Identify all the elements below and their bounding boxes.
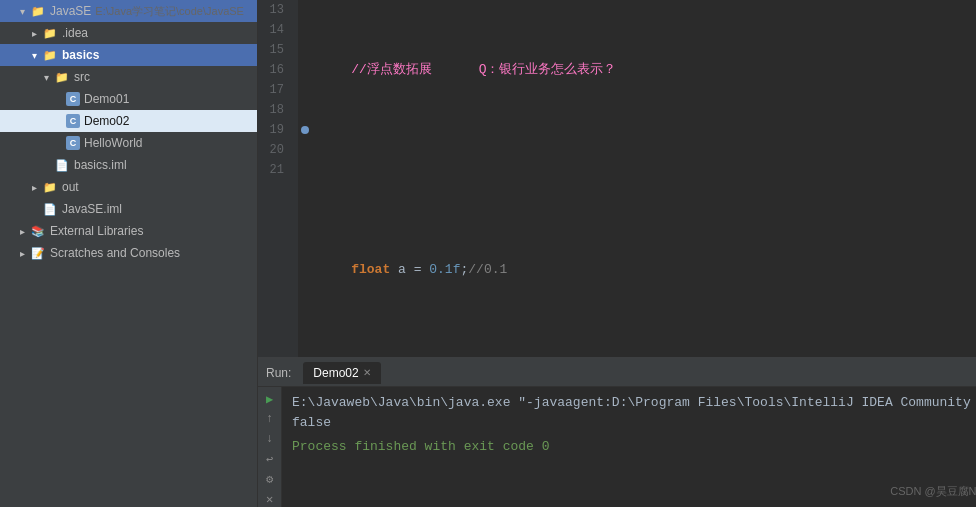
expand-arrow-src xyxy=(40,71,52,83)
javase-iml-label: JavaSE.iml xyxy=(62,202,122,216)
ext-libraries-icon: 📚 xyxy=(30,223,46,239)
bookmark-dot xyxy=(301,126,309,134)
basics-iml-label: basics.iml xyxy=(74,158,127,172)
sidebar-item-src[interactable]: 📁 src xyxy=(0,66,257,88)
run-tab-bar: Run: Demo02 ✕ xyxy=(258,359,976,387)
close-panel-button[interactable]: ✕ xyxy=(261,491,279,507)
demo02-label: Demo02 xyxy=(84,114,129,128)
project-icon: 📁 xyxy=(30,3,46,19)
run-tab-label: Demo02 xyxy=(313,366,358,380)
helloworld-label: HelloWorld xyxy=(84,136,142,150)
code-line-13: //浮点数拓展 Q：银行业务怎么表示？ xyxy=(320,60,976,80)
expand-arrow-basics xyxy=(28,49,40,61)
demo01-label: Demo01 xyxy=(84,92,129,106)
wrap-button[interactable]: ↩ xyxy=(261,451,279,467)
run-tab-demo02[interactable]: Demo02 ✕ xyxy=(303,362,380,384)
sidebar-item-out[interactable]: 📁 out xyxy=(0,176,257,198)
idea-folder-icon: 📁 xyxy=(42,25,58,41)
gutter xyxy=(298,0,312,357)
run-output-process: Process finished with exit code 0 xyxy=(292,437,976,457)
run-command-line: E:\Javaweb\Java\bin\java.exe "-javaagent… xyxy=(292,393,976,413)
file-tree[interactable]: 📁 JavaSE E:\Java学习笔记\code\JavaSE 📁 .idea… xyxy=(0,0,258,507)
expand-arrow-out xyxy=(28,181,40,193)
run-toolbar: ▶ ↑ ↓ ↩ ⚙ ✕ xyxy=(258,387,282,507)
settings-button[interactable]: ⚙ xyxy=(261,471,279,487)
src-folder-icon: 📁 xyxy=(54,69,70,85)
scratches-icon: 📝 xyxy=(30,245,46,261)
demo01-icon: C xyxy=(66,92,80,106)
sidebar-item-helloworld[interactable]: C HelloWorld xyxy=(0,132,257,154)
helloworld-icon: C xyxy=(66,136,80,150)
sidebar-item-idea[interactable]: 📁 .idea xyxy=(0,22,257,44)
sidebar-item-javase[interactable]: 📁 JavaSE E:\Java学习笔记\code\JavaSE xyxy=(0,0,257,22)
tab-close-button[interactable]: ✕ xyxy=(363,367,371,378)
sidebar-item-demo01[interactable]: C Demo01 xyxy=(0,88,257,110)
idea-label: .idea xyxy=(62,26,88,40)
sidebar-item-ext-libraries[interactable]: 📚 External Libraries xyxy=(0,220,257,242)
out-label: out xyxy=(62,180,79,194)
sidebar-item-basics-iml[interactable]: 📄 basics.iml xyxy=(0,154,257,176)
javase-path: E:\Java学习笔记\code\JavaSE xyxy=(95,4,244,19)
src-label: src xyxy=(74,70,90,84)
basics-iml-icon: 📄 xyxy=(54,157,70,173)
line-numbers: 13 14 15 16 17 18 19 20 21 xyxy=(258,0,298,357)
sidebar-item-basics[interactable]: 📁 basics xyxy=(0,44,257,66)
code-line-14 xyxy=(320,160,976,180)
run-label: Run: xyxy=(266,366,291,380)
sidebar-item-javase-iml[interactable]: 📄 JavaSE.iml xyxy=(0,198,257,220)
run-output-false: false xyxy=(292,413,976,433)
basics-label: basics xyxy=(62,48,99,62)
run-button[interactable]: ▶ xyxy=(261,391,279,407)
run-output: E:\Javaweb\Java\bin\java.exe "-javaagent… xyxy=(282,387,976,507)
demo02-icon: C xyxy=(66,114,80,128)
scratches-label: Scratches and Consoles xyxy=(50,246,180,260)
sidebar-item-scratches[interactable]: 📝 Scratches and Consoles xyxy=(0,242,257,264)
ext-libraries-label: External Libraries xyxy=(50,224,143,238)
code-editor[interactable]: 13 14 15 16 17 18 19 20 21 xyxy=(258,0,976,357)
expand-arrow-idea xyxy=(28,27,40,39)
expand-arrow-scratches xyxy=(16,247,28,259)
out-folder-icon: 📁 xyxy=(42,179,58,195)
javase-iml-icon: 📄 xyxy=(42,201,58,217)
sidebar-item-demo02[interactable]: C Demo02 xyxy=(0,110,257,132)
basics-folder-icon: 📁 xyxy=(42,47,58,63)
watermark: CSDN @昊豆腐NT0924 xyxy=(890,484,976,499)
run-panel: Run: Demo02 ✕ ▶ ↑ ↓ ↩ ⚙ ✕ xyxy=(258,357,976,507)
code-content[interactable]: //浮点数拓展 Q：银行业务怎么表示？ float a = 0. xyxy=(312,0,976,357)
scroll-up-button[interactable]: ↑ xyxy=(261,411,279,427)
expand-arrow-ext xyxy=(16,225,28,237)
scroll-down-button[interactable]: ↓ xyxy=(261,431,279,447)
code-line-15: float a = 0.1f ; //0.1 xyxy=(320,260,976,280)
javase-label: JavaSE xyxy=(50,4,91,18)
run-content: ▶ ↑ ↓ ↩ ⚙ ✕ E:\Javaweb\Java\bin\java.exe… xyxy=(258,387,976,507)
expand-arrow xyxy=(16,5,28,17)
